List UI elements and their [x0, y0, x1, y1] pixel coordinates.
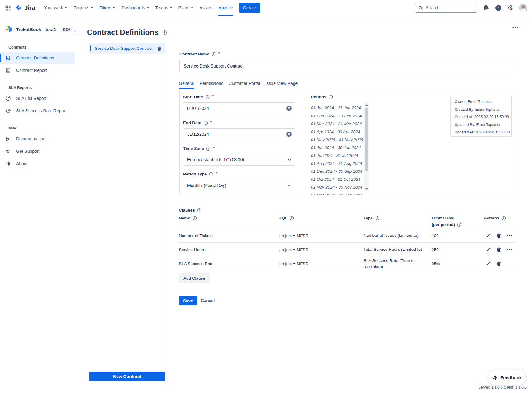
contract-name-input[interactable] [179, 60, 515, 72]
help-icon[interactable]: ? [495, 5, 502, 11]
save-button[interactable]: Save [179, 296, 197, 305]
search-input[interactable] [425, 5, 474, 11]
contract-list-item[interactable]: Service Desk Support Contract [89, 43, 165, 54]
nav-item-your-work[interactable]: Your work [44, 0, 67, 16]
cancel-button[interactable]: Cancel [201, 298, 215, 303]
info-icon[interactable] [204, 121, 208, 125]
period-type-value: Monthly (Exact Day) [187, 183, 226, 188]
audit-line: Owner: Emre Toptancı [455, 98, 511, 106]
info-icon[interactable] [502, 216, 506, 220]
page-title-text: Contract Definitions [87, 28, 158, 37]
clear-end-date-icon[interactable]: × [286, 132, 292, 137]
time-zone-select[interactable]: Europe/Istanbul (UTC+03:00) [183, 154, 295, 166]
feedback-button[interactable]: Feedback [488, 370, 526, 386]
sidebar-item-documentation[interactable]: Documentation [0, 133, 75, 145]
start-date-field: × [183, 102, 295, 114]
nav-item-assets[interactable]: Assets [200, 0, 213, 16]
periods-label-text: Periods [311, 95, 326, 99]
info-icon[interactable] [206, 147, 210, 151]
tab-issue-view-page[interactable]: Issue View Page [265, 81, 298, 89]
tab-customer-portal[interactable]: Customer Portal [229, 81, 260, 89]
nav-item-apps[interactable]: Apps [219, 0, 233, 16]
chevron-down-icon [287, 184, 291, 187]
sidebar-item-about[interactable]: About [0, 157, 75, 170]
jira-logo[interactable]: Jira [15, 4, 35, 12]
user-avatar[interactable] [519, 4, 527, 12]
required-asterisk: * [212, 94, 214, 99]
chevron-down-icon [230, 7, 233, 9]
new-contract-button[interactable]: New Contract [89, 372, 165, 381]
page-info-icon[interactable] [162, 30, 167, 35]
scrollbar-thumb[interactable] [365, 108, 368, 171]
sidebar-item-contract-definitions[interactable]: Contract Definitions [0, 52, 75, 64]
nav-item-dashboards[interactable]: Dashboards [122, 0, 150, 16]
info-icon[interactable] [209, 172, 213, 176]
add-clause-button[interactable]: Add Clause [179, 273, 210, 283]
clause-limit: 95% [432, 261, 440, 266]
sidebar-item-contract-report[interactable]: Contract Report [0, 64, 75, 77]
clause-more-icon[interactable] [507, 249, 512, 250]
app-window: Jira Your workProjectsFiltersDashboardsT… [0, 0, 532, 393]
info-icon[interactable] [211, 52, 216, 56]
scroll-down-arrow[interactable] [364, 186, 369, 191]
audit-line: Updated At: 2025-02-20 15:50:38 [455, 129, 511, 136]
app-sidebar: TicketBook - test1 DEV ContractsContract… [0, 16, 75, 393]
clause-type: Total Service Hours (Limited to) [363, 246, 423, 252]
clause-name: SLA Success Rate [179, 261, 214, 266]
start-date-label: Start Date * [183, 95, 214, 99]
chevron-down-icon [287, 158, 291, 161]
end-date-input[interactable] [183, 132, 286, 137]
tab-general[interactable]: General [179, 81, 194, 89]
clear-start-date-icon[interactable]: × [286, 106, 292, 111]
contract-list: Service Desk Support Contract [89, 43, 165, 54]
delete-contract-icon[interactable] [157, 46, 162, 51]
sidebar-item-get-support[interactable]: Get Support [0, 145, 75, 157]
sidebar-item-sla-success-rate-report[interactable]: SLA Success Rate Report [0, 105, 75, 117]
nav-item-filters[interactable]: Filters [99, 0, 116, 16]
delete-clause-icon[interactable] [497, 261, 501, 266]
nav-item-plans[interactable]: Plans [178, 0, 194, 16]
sidebar-collapse-button[interactable] [71, 27, 79, 35]
sidebar-navigation: ContractsContract DefinitionsContract Re… [0, 45, 75, 170]
required-asterisk: * [218, 51, 220, 56]
info-icon[interactable] [205, 95, 210, 99]
ticketbook-logo-icon [5, 26, 13, 33]
clauses-table-header: Name JQL Type Limit / Goal (per period) … [179, 215, 515, 228]
info-icon[interactable] [329, 95, 333, 99]
period-item: 01 Sep 2024 - 30 Sep 2024 [311, 169, 362, 174]
nav-item-label: Assets [200, 5, 213, 10]
required-asterisk: * [213, 146, 215, 150]
info-icon[interactable] [197, 208, 201, 213]
start-date-input[interactable] [183, 106, 286, 111]
edit-clause-icon[interactable] [486, 261, 491, 266]
edit-clause-icon[interactable] [486, 233, 491, 238]
page-title: Contract Definitions [87, 28, 167, 37]
chevron-down-icon [113, 7, 116, 9]
sidebar-section-title-contracts: Contracts [8, 45, 75, 49]
app-switcher-grid-icon[interactable] [5, 5, 11, 11]
nav-item-teams[interactable]: Teams [155, 0, 172, 16]
nav-item-projects[interactable]: Projects [73, 0, 94, 16]
period-item: 01 Aug 2024 - 31 Aug 2024 [311, 161, 362, 166]
clause-more-icon[interactable] [507, 235, 512, 236]
period-type-select[interactable]: Monthly (Exact Day) [183, 180, 295, 191]
column-header-jql: JQL [279, 216, 294, 220]
page-more-menu[interactable] [512, 27, 518, 28]
delete-clause-icon[interactable] [497, 247, 501, 252]
scroll-up-arrow[interactable] [364, 102, 369, 107]
table-row: Service Hoursproject = MFSDTotal Service… [179, 243, 515, 256]
edit-clause-icon[interactable] [486, 247, 491, 252]
clauses-label-text: Clauses [179, 208, 195, 213]
create-button[interactable]: Create [239, 3, 260, 13]
info-icon[interactable] [375, 216, 380, 220]
tab-permissions[interactable]: Permissions [200, 81, 223, 89]
info-icon[interactable] [289, 216, 294, 220]
sidebar-item-sla-list-report[interactable]: SLA List Report [0, 92, 75, 105]
chevron-down-icon [146, 7, 149, 9]
notifications-icon[interactable] [482, 4, 490, 12]
delete-clause-icon[interactable] [497, 233, 501, 238]
settings-gear-icon[interactable]: ⚙ [507, 4, 513, 11]
global-search [415, 3, 477, 13]
info-icon[interactable] [457, 222, 461, 227]
info-icon[interactable] [192, 216, 197, 220]
